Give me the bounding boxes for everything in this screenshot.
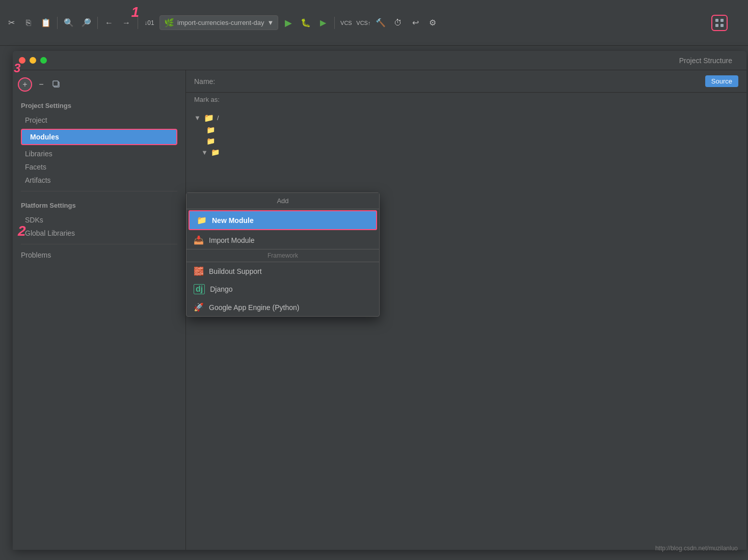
dropdown-new-module[interactable]: 📁 New Module — [189, 210, 377, 230]
left-panel: 2 3 + − Project Settings — [13, 70, 186, 550]
run-config-icon[interactable]: ▶ — [316, 16, 330, 30]
name-label: Name: — [194, 77, 215, 86]
project-structure-icon — [715, 18, 724, 27]
find-icon[interactable]: 🔍 — [62, 16, 76, 30]
platform-settings-section: Platform Settings — [13, 195, 185, 213]
buildout-icon: 🧱 — [194, 266, 204, 276]
sidebar-item-modules-container: 4 Modules — [17, 128, 181, 146]
svg-rect-1 — [720, 19, 724, 22]
sidebar-item-libraries[interactable]: Libraries — [13, 147, 185, 160]
buildout-label: Buildout Support — [209, 267, 262, 275]
minimize-button[interactable] — [30, 57, 36, 64]
copy-icon[interactable]: ⎘ — [21, 16, 36, 30]
paste-icon[interactable]: 📋 — [39, 16, 53, 30]
new-module-label: New Module — [212, 216, 254, 225]
gae-label: Google App Engine (Python) — [209, 303, 299, 312]
copy-module-button[interactable] — [50, 78, 63, 91]
sidebar-item-facets[interactable]: Facets — [13, 160, 185, 174]
platform-settings-label: Platform Settings — [21, 202, 177, 209]
toolbar-sep-2 — [97, 17, 98, 29]
project-settings-section: Project Settings — [13, 96, 185, 114]
add-button[interactable]: + — [18, 77, 32, 92]
import-module-label: Import Module — [209, 236, 254, 244]
tree-item-expand-2: ▼ 📁 — [191, 147, 741, 158]
vcs-update-icon[interactable]: VCS↑ — [356, 16, 370, 30]
dropdown-google-app-engine[interactable]: 🚀 Google App Engine (Python) — [186, 298, 379, 316]
branch-dropdown-icon: ▼ — [268, 19, 274, 26]
annotation-3-label: 3 — [14, 61, 20, 75]
settings-icon[interactable]: ⚙ — [425, 16, 440, 30]
tree-item-child-2: 📁 — [191, 135, 741, 147]
maximize-button[interactable] — [40, 57, 47, 64]
django-icon: dj — [194, 284, 205, 294]
project-settings-label: Project Settings — [21, 102, 177, 109]
sidebar-item-problems[interactable]: Problems — [13, 248, 185, 262]
build-icon[interactable]: 🔨 — [373, 16, 388, 30]
remove-button[interactable]: − — [35, 78, 47, 91]
django-label: Django — [210, 285, 232, 293]
tree-item-root: ▼ 📁 / — [191, 111, 741, 124]
tree-item-child-1: 📁 — [191, 124, 741, 135]
cut-icon[interactable]: ✂ — [4, 16, 18, 30]
tree-expand-icon[interactable]: ▼ — [194, 114, 201, 122]
dropdown-django[interactable]: dj Django — [186, 280, 379, 298]
sidebar-item-modules[interactable]: Modules — [21, 129, 177, 145]
tree-area: ▼ 📁 / 📁 📁 ▼ 📁 — [186, 106, 746, 550]
tree-expand-icon-2[interactable]: ▼ — [201, 149, 208, 156]
nav-divider-1 — [21, 191, 177, 191]
import-module-icon: 📥 — [194, 235, 204, 245]
add-dropdown-menu: Add 📁 New Module 📥 Import Module Framewo… — [186, 192, 380, 317]
sidebar-item-artifacts[interactable]: Artifacts — [13, 174, 185, 187]
nav-toolbar: 3 + − — [13, 70, 185, 96]
run-button[interactable]: ▶ — [281, 16, 296, 30]
debug-icon[interactable]: 🐛 — [299, 16, 313, 30]
project-structure-window: Project Structure 2 3 + − — [13, 51, 746, 550]
footer-watermark: http://blog.csdn.net/muzilanluo — [655, 545, 738, 552]
tree-folder-icon-4: 📁 — [211, 148, 220, 156]
branch-name: import-currencies-current-day — [177, 19, 264, 26]
annotation-2: 2 — [18, 223, 26, 239]
window-titlebar: Project Structure — [13, 51, 746, 70]
window-title: Project Structure — [51, 57, 740, 65]
svg-rect-2 — [715, 24, 718, 27]
window-content: 2 3 + − Project Settings — [13, 70, 746, 550]
dropdown-import-module[interactable]: 📥 Import Module — [186, 231, 379, 249]
tree-folder-icon-2: 📁 — [206, 126, 215, 134]
annotation-1: 1 — [131, 4, 139, 20]
framework-section-label: Framework — [186, 249, 379, 262]
sidebar-item-global-libraries[interactable]: Global Libraries — [13, 227, 185, 240]
tree-folder-icon: 📁 — [204, 113, 214, 123]
vcs-icon[interactable]: VCS — [339, 16, 353, 30]
dropdown-header: Add — [186, 193, 379, 209]
svg-rect-0 — [715, 19, 718, 22]
branch-selector[interactable]: 🌿 import-currencies-current-day ▼ — [159, 15, 278, 30]
time-icon[interactable]: ⏱ — [391, 16, 405, 30]
tree-folder-icon-3: 📁 — [206, 137, 215, 145]
nav-divider-2 — [21, 244, 177, 244]
main-toolbar: 1 ✂ ⎘ 📋 🔍 🔎 ← → ↓01 🌿 import-currencies-… — [0, 0, 748, 46]
new-module-icon: 📁 — [197, 215, 207, 225]
toolbar-sep-4 — [334, 17, 335, 29]
mark-as-label: Mark as: — [186, 93, 746, 106]
gae-icon: 🚀 — [194, 302, 204, 312]
branch-icon: 🌿 — [164, 18, 174, 27]
right-panel-header: Name: Source — [186, 70, 746, 93]
svg-rect-5 — [53, 81, 58, 86]
project-structure-button[interactable] — [711, 15, 728, 31]
tree-root-label: / — [217, 114, 219, 122]
sidebar-item-sdks[interactable]: SDKs — [13, 213, 185, 227]
svg-rect-3 — [720, 24, 724, 27]
copy-icon — [52, 80, 61, 89]
sidebar-item-project[interactable]: Project — [13, 114, 185, 127]
source-button[interactable]: Source — [705, 75, 738, 87]
back-icon[interactable]: ← — [102, 16, 116, 30]
toolbar-sep-1 — [57, 17, 58, 29]
commit-icon[interactable]: ↓01 — [142, 16, 156, 30]
find-usages-icon[interactable]: 🔎 — [79, 16, 93, 30]
dropdown-buildout-support[interactable]: 🧱 Buildout Support — [186, 262, 379, 280]
undo-icon[interactable]: ↩ — [408, 16, 422, 30]
